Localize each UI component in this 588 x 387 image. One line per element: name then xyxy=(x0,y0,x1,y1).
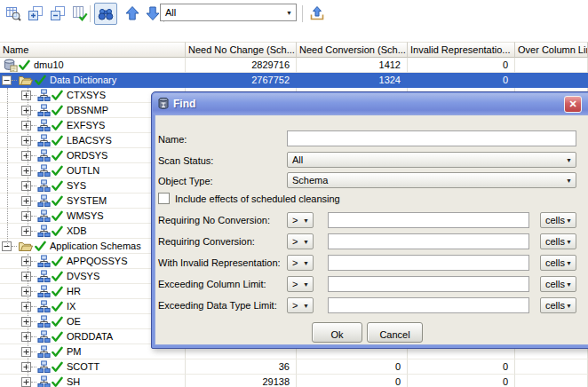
check-icon xyxy=(52,195,63,207)
unit-value: cells xyxy=(545,236,565,247)
collapse-all-button[interactable] xyxy=(48,4,68,23)
object-type-label: Object Type: xyxy=(158,176,213,186)
value-cell: 0 xyxy=(408,73,515,88)
expand-node-icon[interactable] xyxy=(21,181,31,191)
expand-node-icon[interactable] xyxy=(21,106,31,115)
column-header[interactable]: Invalid Representatio... xyxy=(408,42,515,58)
name-label: Name: xyxy=(158,134,187,145)
tree-node-label: APPQOSSYS xyxy=(67,256,127,266)
ok-button[interactable]: Ok xyxy=(312,322,362,343)
value-cell: 0 xyxy=(297,359,408,375)
cancel-button[interactable]: Cancel xyxy=(367,322,423,343)
criteria-rows: Requiring No Conversion:>▼cells▼Requirin… xyxy=(152,212,588,319)
column-header[interactable]: Need Conversion (Sch... xyxy=(297,42,408,58)
table-row[interactable]: Data Dictionary276775213240 xyxy=(0,73,588,88)
criteria-row: Exceeding Column Limit:>▼cells▼ xyxy=(152,276,588,292)
expand-node-icon[interactable] xyxy=(21,287,31,296)
scan-database-icon xyxy=(5,5,21,21)
include-cleansing-checkbox[interactable] xyxy=(158,193,170,204)
criteria-value-input[interactable] xyxy=(328,255,529,271)
expand-node-icon[interactable] xyxy=(21,166,31,176)
find-dialog-icon xyxy=(157,97,170,112)
move-up-button[interactable] xyxy=(123,4,142,23)
find-dialog-titlebar[interactable]: Find xyxy=(153,93,588,115)
export-button[interactable] xyxy=(307,4,327,23)
expand-node-icon[interactable] xyxy=(21,91,31,100)
expand-node-icon[interactable] xyxy=(21,226,31,236)
tree-connector xyxy=(31,291,36,292)
criteria-label: Exceeding Column Limit: xyxy=(158,279,266,289)
find-button[interactable] xyxy=(94,3,117,25)
criteria-row: With Invalid Representation:>▼cells▼ xyxy=(152,255,588,271)
column-header[interactable]: Name xyxy=(0,42,186,58)
expand-node-icon[interactable] xyxy=(21,211,31,221)
expand-all-button[interactable] xyxy=(26,4,45,23)
expand-node-icon[interactable] xyxy=(21,302,31,312)
check-icon xyxy=(52,346,63,358)
tree-node-label: SCOTT xyxy=(67,361,99,372)
expand-node-icon[interactable] xyxy=(21,136,31,146)
tree-connector xyxy=(31,186,36,186)
toolbar-separator xyxy=(302,5,303,22)
scan-database-button[interactable] xyxy=(4,4,23,23)
include-cleansing-label: Include effects of scheduled cleansing xyxy=(175,194,340,204)
unit-select[interactable]: cells▼ xyxy=(540,212,576,228)
expand-node-icon[interactable] xyxy=(21,332,31,342)
schema-icon xyxy=(37,330,51,344)
tree-node-label: EXFSYS xyxy=(67,120,105,130)
table-row[interactable]: dmu10282971614120 xyxy=(0,58,588,73)
toggle-columns-button[interactable] xyxy=(70,4,90,23)
unit-select[interactable]: cells▼ xyxy=(540,297,576,313)
expand-node-icon[interactable] xyxy=(21,272,31,281)
criteria-value-input[interactable] xyxy=(328,233,529,249)
name-input[interactable] xyxy=(287,130,576,146)
check-icon xyxy=(52,256,63,267)
operator-value: > xyxy=(292,279,298,289)
expand-node-icon[interactable] xyxy=(21,196,31,206)
filter-select[interactable]: All ▼ xyxy=(160,4,297,21)
table-row[interactable]: SH2913800 xyxy=(0,375,588,387)
close-button[interactable]: ✕ xyxy=(564,96,582,113)
expand-node-icon[interactable] xyxy=(21,347,31,357)
unit-select[interactable]: cells▼ xyxy=(540,276,576,292)
expand-node-icon[interactable] xyxy=(21,151,31,161)
operator-select[interactable]: >▼ xyxy=(287,297,314,313)
chevron-down-icon: ▼ xyxy=(303,239,309,245)
schema-icon xyxy=(37,375,51,387)
tree-node-label: SH xyxy=(67,376,80,387)
criteria-value-input[interactable] xyxy=(328,297,529,313)
expand-node-icon[interactable] xyxy=(21,362,31,372)
unit-select[interactable]: cells▼ xyxy=(540,255,576,271)
criteria-value-input[interactable] xyxy=(328,212,529,228)
expand-node-icon[interactable] xyxy=(21,257,31,266)
scan-status-select[interactable]: All ▼ xyxy=(287,152,576,168)
operator-value: > xyxy=(292,300,298,311)
tree-node-label: Data Dictionary xyxy=(50,75,116,85)
operator-select[interactable]: >▼ xyxy=(287,276,314,292)
database-icon xyxy=(3,58,18,73)
tree-node-label: IX xyxy=(67,301,75,312)
operator-select[interactable]: >▼ xyxy=(287,255,314,271)
scan-status-label: Scan Status: xyxy=(158,155,213,166)
tree-node-label: Application Schemas xyxy=(50,241,141,251)
expand-node-icon[interactable] xyxy=(21,317,31,327)
value-cell: 2829716 xyxy=(186,58,297,73)
expand-node-icon[interactable] xyxy=(21,121,31,130)
tree-connector xyxy=(31,155,36,156)
criteria-value-input[interactable] xyxy=(328,276,529,292)
collapse-node-icon[interactable] xyxy=(2,75,12,85)
operator-select[interactable]: >▼ xyxy=(287,212,314,228)
check-icon xyxy=(52,376,63,387)
table-header: NameNeed No Change (Sch...Need Conversio… xyxy=(0,42,588,58)
schema-icon xyxy=(37,179,51,193)
export-icon xyxy=(309,5,325,21)
column-header[interactable]: Need No Change (Sch... xyxy=(186,42,297,58)
column-header[interactable]: Over Column Lim xyxy=(515,42,588,58)
unit-select[interactable]: cells▼ xyxy=(540,233,576,249)
tree-connector xyxy=(31,336,36,337)
table-row[interactable]: SCOTT3600 xyxy=(0,359,588,375)
expand-node-icon[interactable] xyxy=(21,377,31,387)
value-cell: 0 xyxy=(297,375,408,387)
object-type-select[interactable]: Schema ▼ xyxy=(287,172,576,188)
operator-select[interactable]: >▼ xyxy=(287,233,314,249)
